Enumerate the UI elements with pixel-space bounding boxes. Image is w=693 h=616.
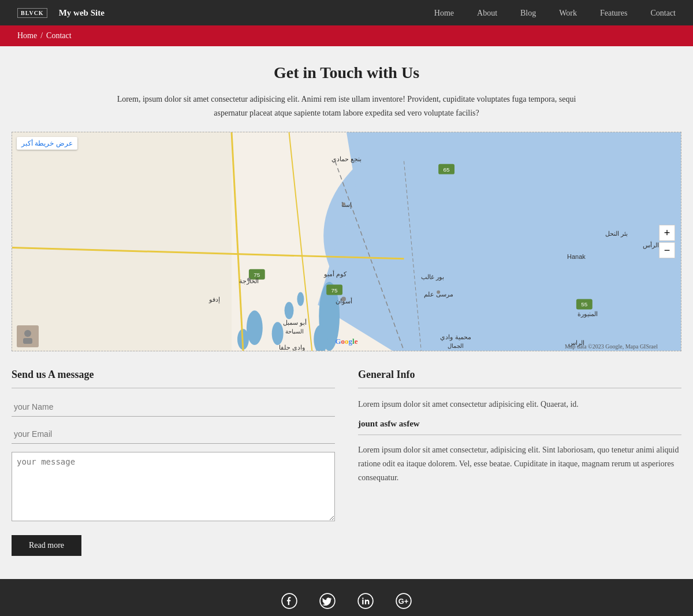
google-plus-icon[interactable]: G+ (393, 591, 414, 611)
nav-contact[interactable]: Contact (650, 9, 676, 17)
logo: BLVCK (17, 8, 47, 18)
info-title: General Info (358, 369, 681, 381)
breadcrumb-separator: / (40, 31, 43, 40)
info-text-1: Lorem ipsum dolor sit amet consectetur a… (358, 398, 681, 411)
svg-point-46 (342, 202, 345, 206)
svg-text:75: 75 (331, 287, 338, 293)
svg-point-47 (437, 290, 440, 294)
facebook-icon[interactable] (279, 591, 300, 611)
svg-text:بور غالب: بور غالب (421, 273, 444, 280)
svg-point-7 (297, 292, 304, 306)
page-title: Get in Touch with Us (12, 64, 681, 82)
nav-about[interactable]: About (477, 9, 497, 17)
footer: G+ (0, 579, 693, 616)
page-content: Get in Touch with Us Lorem, ipsum dolor … (0, 46, 693, 351)
map-expand-button[interactable]: عرض خريطة أكبر (17, 137, 77, 150)
contact-section: Send us A message Read more General Info… (0, 351, 693, 579)
twitter-icon[interactable] (317, 591, 338, 611)
svg-text:محمية وادي: محمية وادي (440, 333, 471, 341)
info-text-2: Lorem ipsum dolor sit amet consectetur, … (358, 443, 681, 484)
nav-home[interactable]: Home (434, 9, 454, 17)
svg-text:كوم أمبو: كوم أمبو (323, 269, 347, 277)
nav-blog[interactable]: Blog (520, 9, 536, 17)
map-zoom-controls: + − (659, 225, 675, 258)
message-textarea[interactable] (12, 452, 335, 521)
map-svg: 65 75 65 55 75 الخارجة إدفو أسوان مرسى ع… (12, 132, 681, 351)
svg-text:الرأس: الرأس (643, 241, 659, 249)
breadcrumb-bar: Home / Contact (0, 25, 693, 46)
svg-point-6 (285, 302, 294, 319)
svg-rect-54 (362, 599, 363, 604)
submit-button[interactable]: Read more (12, 535, 81, 556)
info-divider-1 (358, 388, 681, 388)
info-subtitle: jount asfw asfew (358, 419, 681, 429)
map-zoom-out[interactable]: − (659, 242, 675, 258)
brand-name: My web Site (59, 8, 105, 18)
contact-form-column: Send us A message Read more (12, 369, 335, 556)
nav-work[interactable]: Work (559, 9, 577, 17)
svg-text:أبو سمبل: أبو سمبل (283, 318, 307, 326)
nav-menu: Home About Blog Work Features Contact (434, 8, 676, 18)
breadcrumb-home[interactable]: Home (17, 31, 37, 40)
svg-point-5 (272, 322, 284, 345)
svg-rect-50 (23, 338, 32, 344)
svg-text:إدفو: إدفو (208, 296, 220, 303)
contact-info-column: General Info Lorem ipsum dolor sit amet … (358, 369, 681, 556)
svg-rect-10 (12, 132, 232, 351)
svg-text:G+: G+ (398, 596, 408, 605)
info-divider-2 (358, 435, 681, 435)
svg-marker-2 (318, 132, 681, 351)
svg-text:65: 65 (444, 166, 450, 172)
navbar: BLVCK My web Site Home About Blog Work F… (0, 0, 693, 25)
svg-point-8 (247, 310, 263, 345)
breadcrumb-current: Contact (46, 31, 72, 40)
svg-text:55: 55 (581, 301, 588, 307)
form-divider (12, 388, 335, 388)
svg-text:السياحة: السياحة (285, 328, 304, 335)
map-container[interactable]: عرض خريطة أكبر (12, 132, 681, 351)
page-subtitle: Lorem, ipsum dolor sit amet consectetur … (110, 92, 583, 120)
svg-text:بنجع حمادي: بنجع حمادي (331, 155, 362, 162)
svg-text:المنيورة: المنيورة (578, 310, 598, 318)
form-title: Send us A message (12, 369, 335, 381)
nav-features[interactable]: Features (600, 9, 627, 17)
linkedin-icon[interactable] (355, 591, 376, 611)
svg-point-55 (362, 598, 363, 599)
svg-text:وادي حلفا: وادي حلفا (279, 344, 305, 351)
svg-point-44 (341, 296, 346, 301)
map-zoom-in[interactable]: + (659, 225, 675, 241)
svg-text:Hanak: Hanak (567, 253, 586, 259)
svg-text:الجمال: الجمال (448, 343, 464, 349)
map-street-view (17, 325, 39, 347)
map-google-logo: Google (335, 337, 357, 346)
map-attribution: Map data ©2023 Google, Mapa GISrael (565, 343, 658, 350)
name-input[interactable] (12, 398, 335, 417)
svg-point-49 (24, 330, 31, 337)
svg-text:بئر النحل: بئر النحل (605, 230, 628, 238)
email-input[interactable] (12, 425, 335, 444)
svg-point-45 (247, 277, 251, 281)
